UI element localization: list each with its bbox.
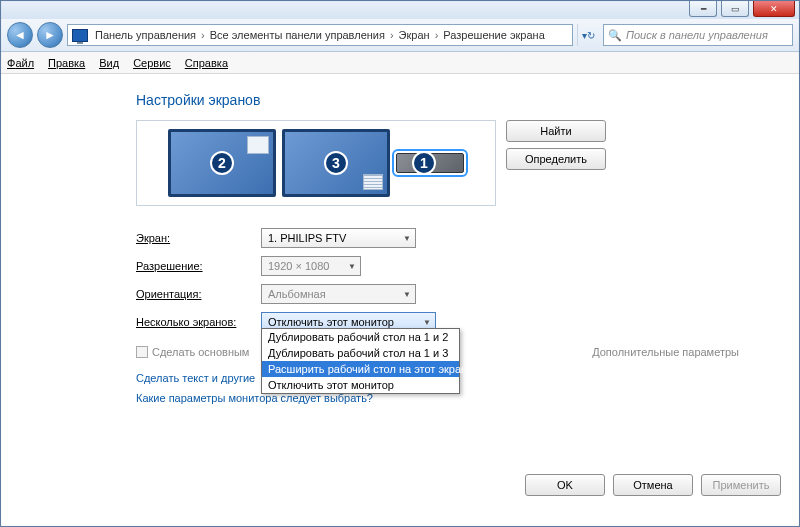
- refresh-icon: ↻: [587, 30, 595, 41]
- crumb[interactable]: Панель управления: [93, 29, 198, 41]
- window: ━ ▭ ✕ ◄ ► Панель управления › Все элемен…: [0, 0, 800, 527]
- apply-button[interactable]: Применить: [701, 474, 781, 496]
- monitor-preview[interactable]: 2 3 1: [136, 120, 496, 206]
- monitor-icon: [72, 29, 88, 42]
- display-value: 1. PHILIPS FTV: [268, 232, 346, 244]
- window-thumb-icon: [363, 174, 383, 190]
- search-icon: 🔍: [608, 29, 622, 42]
- minimize-button[interactable]: ━: [689, 1, 717, 17]
- multi-option[interactable]: Дублировать рабочий стол на 1 и 3: [262, 345, 459, 361]
- chevron-down-icon: ▼: [403, 290, 411, 299]
- menu-service[interactable]: Сервис: [133, 57, 171, 69]
- chevron-down-icon: ▼: [348, 262, 356, 271]
- help-link[interactable]: Какие параметры монитора следует выбрать…: [136, 392, 799, 404]
- monitor-1[interactable]: 1: [396, 153, 464, 173]
- preview-buttons: Найти Определить: [506, 120, 606, 170]
- ok-button[interactable]: OK: [525, 474, 605, 496]
- advanced-link[interactable]: Дополнительные параметры: [592, 346, 739, 358]
- menu-file[interactable]: Файл: [7, 57, 34, 69]
- multi-dropdown: Дублировать рабочий стол на 1 и 2 Дублир…: [261, 328, 460, 394]
- monitor-3[interactable]: 3: [282, 129, 390, 197]
- multi-option[interactable]: Дублировать рабочий стол на 1 и 2: [262, 329, 459, 345]
- maximize-icon: ▭: [731, 4, 740, 14]
- address-bar[interactable]: Панель управления › Все элементы панели …: [67, 24, 573, 46]
- text-size-link[interactable]: Сделать текст и другие: [136, 372, 799, 384]
- forward-button[interactable]: ►: [37, 22, 63, 48]
- multi-value: Отключить этот монитор: [268, 316, 394, 328]
- monitor-number: 1: [412, 151, 436, 175]
- resolution-label: Разрешение:: [136, 260, 261, 272]
- monitor-preview-row: 2 3 1 Найти Определить: [136, 120, 799, 206]
- make-main-checkbox[interactable]: [136, 346, 148, 358]
- menubar: Файл Правка Вид Сервис Справка: [1, 52, 799, 74]
- find-button[interactable]: Найти: [506, 120, 606, 142]
- dialog-buttons: OK Отмена Применить: [525, 474, 781, 496]
- multi-option[interactable]: Расширить рабочий стол на этот экран: [262, 361, 459, 377]
- close-icon: ✕: [770, 4, 778, 14]
- chevron-down-icon: ▼: [403, 234, 411, 243]
- identify-button[interactable]: Определить: [506, 148, 606, 170]
- monitor-number: 3: [324, 151, 348, 175]
- crumb[interactable]: Экран: [397, 29, 432, 41]
- resolution-value: 1920 × 1080: [268, 260, 329, 272]
- chevron-right-icon: ›: [387, 29, 397, 41]
- arrow-left-icon: ◄: [14, 28, 26, 42]
- refresh-button[interactable]: ▾ ↻: [577, 24, 599, 46]
- settings-form: Экран: 1. PHILIPS FTV ▼ Разрешение: 1920…: [136, 224, 799, 404]
- search-input[interactable]: 🔍 Поиск в панели управления: [603, 24, 793, 46]
- close-button[interactable]: ✕: [753, 1, 795, 17]
- titlebar: ━ ▭ ✕: [1, 1, 799, 19]
- multi-option[interactable]: Отключить этот монитор: [262, 377, 459, 393]
- monitor-number: 2: [210, 151, 234, 175]
- arrow-right-icon: ►: [44, 28, 56, 42]
- page-title: Настройки экранов: [136, 92, 799, 108]
- content-area: Настройки экранов 2 3 1 Найти Определить: [1, 74, 799, 526]
- chevron-right-icon: ›: [198, 29, 208, 41]
- search-placeholder: Поиск в панели управления: [626, 29, 768, 41]
- cancel-button[interactable]: Отмена: [613, 474, 693, 496]
- resolution-select[interactable]: 1920 × 1080 ▼: [261, 256, 361, 276]
- minimize-icon: ━: [701, 4, 706, 14]
- chevron-right-icon: ›: [432, 29, 442, 41]
- multi-label: Несколько экранов:: [136, 316, 261, 328]
- crumb[interactable]: Все элементы панели управления: [208, 29, 387, 41]
- navbar: ◄ ► Панель управления › Все элементы пан…: [1, 19, 799, 52]
- back-button[interactable]: ◄: [7, 22, 33, 48]
- orientation-label: Ориентация:: [136, 288, 261, 300]
- maximize-button[interactable]: ▭: [721, 1, 749, 17]
- menu-view[interactable]: Вид: [99, 57, 119, 69]
- menu-help[interactable]: Справка: [185, 57, 228, 69]
- display-label: Экран:: [136, 232, 261, 244]
- chevron-down-icon: ▼: [423, 318, 431, 327]
- crumb[interactable]: Разрешение экрана: [441, 29, 546, 41]
- make-main-label: Сделать основным: [152, 346, 249, 358]
- display-select[interactable]: 1. PHILIPS FTV ▼: [261, 228, 416, 248]
- window-thumb-icon: [247, 136, 269, 154]
- monitor-2[interactable]: 2: [168, 129, 276, 197]
- menu-edit[interactable]: Правка: [48, 57, 85, 69]
- orientation-value: Альбомная: [268, 288, 326, 300]
- orientation-select[interactable]: Альбомная ▼: [261, 284, 416, 304]
